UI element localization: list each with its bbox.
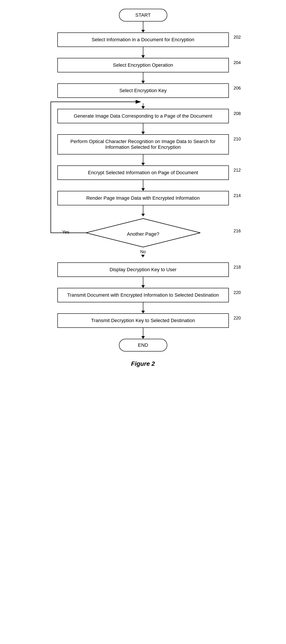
step-num-218: 218 (233, 264, 241, 270)
step-202-wrapper: Select Information in a Document for Enc… (57, 32, 229, 47)
arrow-214-216 (141, 206, 145, 216)
end-terminal: END (119, 339, 167, 352)
step-num-202: 202 (233, 35, 241, 40)
step-num-220b: 220 (233, 316, 241, 320)
step-220a-wrapper: Transmit Document with Encrypted Informa… (57, 288, 229, 302)
step-208-wrapper: Generate Image Data Corresponding to a P… (57, 109, 229, 123)
process-208: Generate Image Data Corresponding to a P… (57, 109, 229, 123)
arrow-208-210 (141, 123, 145, 134)
arrow-212-214 (141, 180, 145, 191)
step-num-206: 206 (233, 86, 241, 90)
step-220b-wrapper: Transmit Decryption Key to Selected Dest… (57, 313, 229, 328)
step-num-204: 204 (233, 60, 241, 65)
start-terminal: START (119, 9, 167, 22)
step-204-wrapper: Select Encryption Operation 204 (57, 58, 229, 72)
flowchart: START Select Information in a Document f… (44, 9, 242, 367)
process-218: Display Decryption Key to User (57, 262, 229, 277)
arrow-206-208 (44, 98, 242, 109)
arrow-204-206 (141, 72, 145, 84)
step-num-216: 216 (233, 228, 241, 234)
arrow-220a-220b (141, 302, 145, 313)
step-num-210: 210 (233, 136, 241, 142)
arrow-start-202 (141, 22, 145, 32)
arrow-202-204 (141, 47, 145, 58)
process-206: Select Encryption Key (57, 84, 229, 98)
start-label: START (135, 12, 151, 18)
step-216-wrapper: Another Page? Yes 216 (57, 216, 229, 249)
yes-label: Yes (62, 230, 69, 234)
diamond-216-svg: Another Page? (57, 216, 229, 249)
process-220b: Transmit Decryption Key to Selected Dest… (57, 313, 229, 328)
arrow-218-220a (141, 277, 145, 288)
end-label: END (138, 342, 148, 348)
process-214: Render Page Image Data with Encrypted In… (57, 191, 229, 206)
process-210: Perform Optical Character Recognition on… (57, 134, 229, 154)
arrow-210-212 (141, 154, 145, 166)
step-num-212: 212 (233, 168, 241, 173)
process-204: Select Encryption Operation (57, 58, 229, 72)
process-202: Select Information in a Document for Enc… (57, 32, 229, 47)
step-212-wrapper: Encrypt Selected Information on Page of … (57, 166, 229, 180)
step-num-214: 214 (233, 193, 241, 198)
step-num-208: 208 (233, 111, 241, 116)
figure-caption: Figure 2 (131, 360, 155, 367)
step-214-wrapper: Render Page Image Data with Encrypted In… (57, 191, 229, 206)
process-212: Encrypt Selected Information on Page of … (57, 166, 229, 180)
step-210-wrapper: Perform Optical Character Recognition on… (57, 134, 229, 154)
step-num-220a: 220 (233, 290, 241, 295)
diamond-216-label: Another Page? (127, 231, 159, 237)
no-arrow-wrapper: No (44, 249, 242, 262)
step-206-wrapper: Select Encryption Key 206 (57, 84, 229, 98)
process-220a: Transmit Document with Encrypted Informa… (57, 288, 229, 302)
step-218-wrapper: Display Decryption Key to User 218 (57, 262, 229, 277)
arrow-220b-end (141, 328, 145, 339)
no-label: No (140, 249, 146, 254)
